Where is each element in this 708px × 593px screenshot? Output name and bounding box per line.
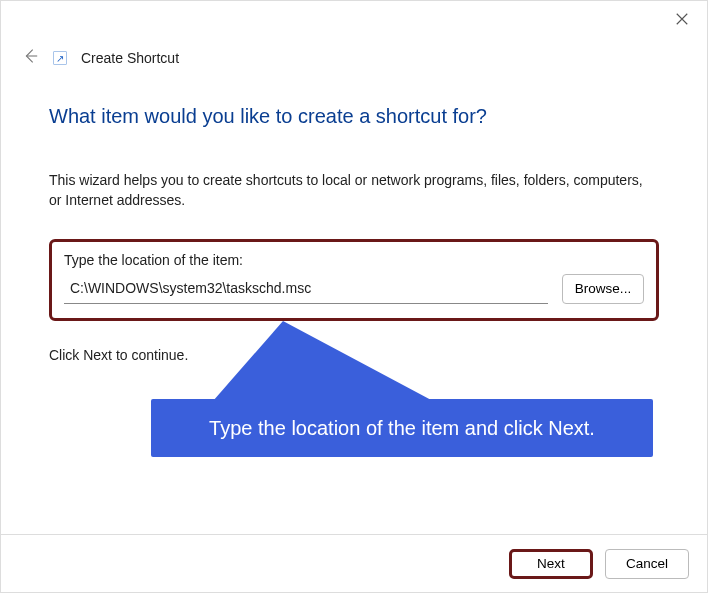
- location-input-block: Type the location of the item: Browse...: [49, 239, 659, 321]
- back-arrow-icon[interactable]: [21, 47, 39, 69]
- location-label: Type the location of the item:: [64, 252, 644, 268]
- wizard-description: This wizard helps you to create shortcut…: [49, 170, 659, 211]
- page-heading: What item would you like to create a sho…: [49, 105, 659, 128]
- close-icon[interactable]: [675, 12, 689, 30]
- cancel-button[interactable]: Cancel: [605, 549, 689, 579]
- browse-button[interactable]: Browse...: [562, 274, 644, 304]
- annotation-text: Type the location of the item and click …: [209, 417, 595, 440]
- dialog-title: Create Shortcut: [81, 50, 179, 66]
- svg-marker-0: [213, 321, 433, 401]
- next-button[interactable]: Next: [509, 549, 593, 579]
- header-row: ↗ Create Shortcut: [1, 41, 707, 69]
- location-input[interactable]: [64, 274, 548, 304]
- callout-arrow-icon: [213, 313, 433, 413]
- footer-bar: Next Cancel: [1, 534, 707, 592]
- annotation-callout: Type the location of the item and click …: [151, 399, 653, 457]
- shortcut-icon: ↗: [53, 51, 67, 65]
- titlebar: [1, 1, 707, 41]
